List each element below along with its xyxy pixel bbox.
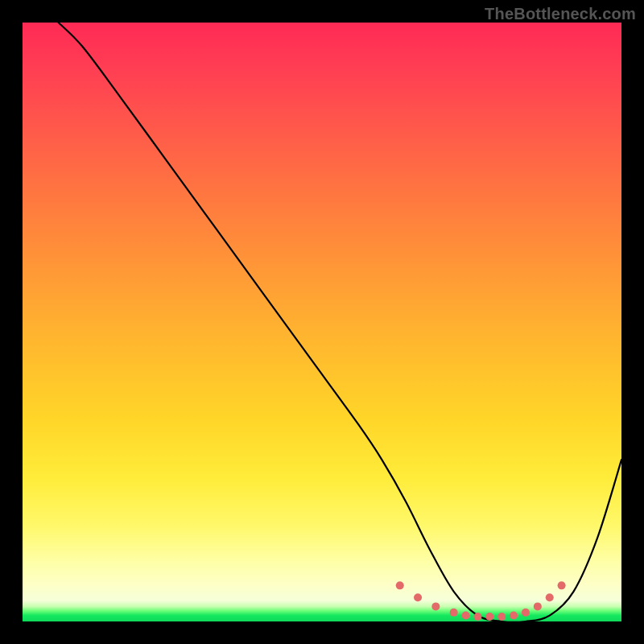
highlight-dot — [431, 602, 440, 610]
highlight-dot — [462, 612, 470, 620]
highlight-dot — [497, 613, 506, 621]
highlight-dot — [396, 581, 404, 589]
highlight-dot — [414, 593, 422, 601]
curve-layer — [23, 23, 621, 621]
bottleneck-curve — [59, 23, 621, 622]
highlight-dot — [485, 613, 493, 621]
highlight-dot — [510, 612, 518, 620]
highlight-dot — [546, 593, 554, 601]
highlight-dot — [450, 609, 458, 617]
highlight-dot — [522, 609, 530, 617]
highlight-dot — [558, 581, 566, 589]
optimal-band-dots — [396, 581, 566, 621]
highlight-dot — [473, 613, 481, 621]
plot-area — [23, 23, 621, 621]
watermark-text: TheBottleneck.com — [485, 5, 636, 23]
chart-container: TheBottleneck.com — [0, 0, 644, 644]
highlight-dot — [534, 602, 542, 610]
